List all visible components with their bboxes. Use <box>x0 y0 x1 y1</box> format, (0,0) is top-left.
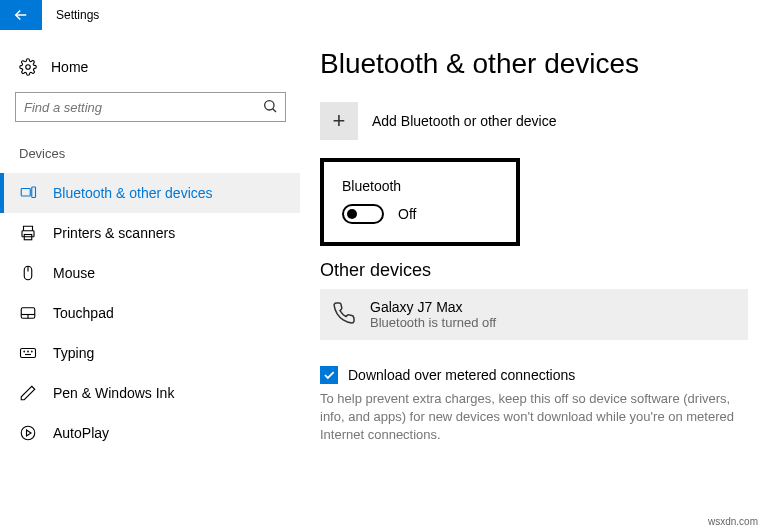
sidebar-item-label: Bluetooth & other devices <box>53 185 213 201</box>
search-field[interactable] <box>15 92 286 122</box>
sidebar-item-autoplay[interactable]: AutoPlay <box>0 413 300 453</box>
sidebar: Home Devices Bluetooth & other devices P… <box>0 30 300 531</box>
sidebar-item-typing[interactable]: Typing <box>0 333 300 373</box>
sidebar-item-label: AutoPlay <box>53 425 109 441</box>
search-input[interactable] <box>15 92 286 122</box>
window-title: Settings <box>42 0 99 30</box>
svg-point-13 <box>28 351 29 352</box>
device-status: Bluetooth is turned off <box>370 315 496 330</box>
sidebar-item-label: Pen & Windows Ink <box>53 385 174 401</box>
add-device-button[interactable]: + Add Bluetooth or other device <box>320 102 748 140</box>
touchpad-icon <box>19 304 37 322</box>
search-icon <box>262 98 278 114</box>
device-row[interactable]: Galaxy J7 Max Bluetooth is turned off <box>320 289 748 340</box>
svg-point-16 <box>21 426 35 440</box>
watermark: wsxdn.com <box>708 516 758 527</box>
mouse-icon <box>19 264 37 282</box>
svg-point-12 <box>24 351 25 352</box>
autoplay-icon <box>19 424 37 442</box>
svg-point-1 <box>265 101 274 110</box>
titlebar: Settings <box>0 0 764 30</box>
devices-icon <box>19 184 37 202</box>
section-label: Devices <box>19 146 300 161</box>
sidebar-item-touchpad[interactable]: Touchpad <box>0 293 300 333</box>
bluetooth-section: Bluetooth Off <box>320 158 520 246</box>
sidebar-item-mouse[interactable]: Mouse <box>0 253 300 293</box>
home-button[interactable]: Home <box>15 52 300 92</box>
svg-point-0 <box>26 65 31 70</box>
plus-icon: + <box>320 102 358 140</box>
back-button[interactable] <box>0 0 42 30</box>
svg-rect-2 <box>21 189 30 197</box>
sidebar-item-label: Mouse <box>53 265 95 281</box>
metered-label: Download over metered connections <box>348 367 575 383</box>
page-title: Bluetooth & other devices <box>320 48 748 80</box>
sidebar-item-label: Printers & scanners <box>53 225 175 241</box>
printer-icon <box>19 224 37 242</box>
home-label: Home <box>51 59 88 75</box>
metered-description: To help prevent extra charges, keep this… <box>320 390 748 445</box>
toggle-knob <box>347 209 357 219</box>
pen-icon <box>19 384 37 402</box>
checkbox-checked[interactable] <box>320 366 338 384</box>
other-devices-heading: Other devices <box>320 260 748 281</box>
sidebar-item-label: Typing <box>53 345 94 361</box>
bluetooth-state: Off <box>398 206 416 222</box>
check-icon <box>322 368 336 382</box>
arrow-left-icon <box>12 6 30 24</box>
sidebar-item-label: Touchpad <box>53 305 114 321</box>
sidebar-item-bluetooth[interactable]: Bluetooth & other devices <box>0 173 300 213</box>
phone-icon <box>332 301 356 329</box>
gear-icon <box>19 58 37 76</box>
add-device-label: Add Bluetooth or other device <box>372 113 556 129</box>
svg-rect-3 <box>32 187 36 198</box>
svg-rect-11 <box>21 349 36 358</box>
main-content: Bluetooth & other devices + Add Bluetoot… <box>300 30 764 531</box>
metered-checkbox-row[interactable]: Download over metered connections <box>320 366 748 384</box>
sidebar-item-printers[interactable]: Printers & scanners <box>0 213 300 253</box>
keyboard-icon <box>19 344 37 362</box>
bluetooth-label: Bluetooth <box>342 178 498 194</box>
svg-point-14 <box>31 351 32 352</box>
sidebar-item-pen[interactable]: Pen & Windows Ink <box>0 373 300 413</box>
bluetooth-toggle[interactable] <box>342 204 384 224</box>
device-name: Galaxy J7 Max <box>370 299 496 315</box>
